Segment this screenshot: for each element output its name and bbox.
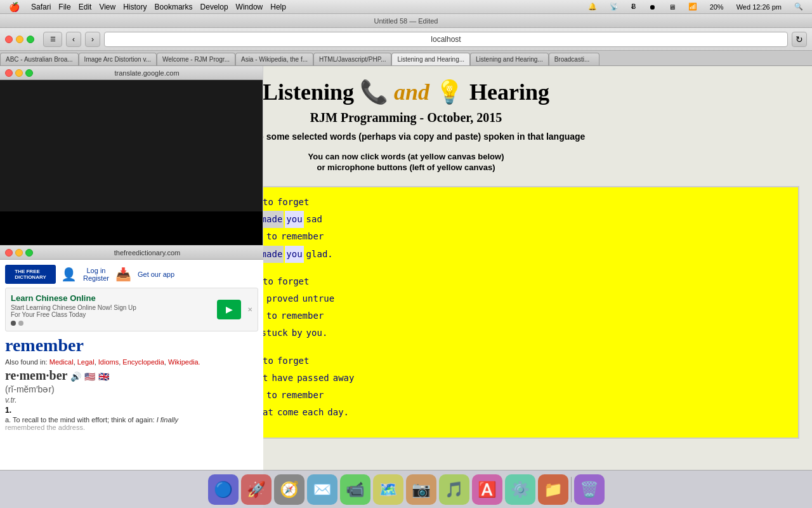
- dock-icon-safari[interactable]: 🧭: [274, 474, 304, 505]
- bitcoin-icon: Ƀ: [631, 3, 636, 11]
- maximize-button[interactable]: [27, 36, 34, 43]
- translate-minimize[interactable]: [15, 69, 23, 77]
- word-day-1[interactable]: day.: [326, 404, 350, 421]
- dock-icon-photos[interactable]: 📷: [406, 474, 436, 505]
- mac-menubar: 🍎 Safari File Edit View History Bookmark…: [0, 0, 812, 14]
- menu-file[interactable]: File: [58, 3, 70, 11]
- word-to-1[interactable]: to: [261, 194, 275, 211]
- word-made-2[interactable]: made: [260, 246, 284, 263]
- word-untrue-1[interactable]: untrue: [301, 290, 336, 307]
- menu-bookmarks[interactable]: Bookmarks: [155, 3, 193, 11]
- sidebar-toggle[interactable]: ☰: [43, 32, 62, 47]
- menu-view[interactable]: View: [99, 3, 115, 11]
- phonetic-text: re·mem·ber: [5, 368, 67, 382]
- word-passed-1[interactable]: passed: [296, 370, 331, 387]
- dock-icon-mail[interactable]: ✉️: [307, 474, 337, 505]
- word-come-1[interactable]: come: [276, 404, 300, 421]
- wifi-icon: 📶: [688, 3, 697, 11]
- also-found-idioms[interactable]: Idioms: [98, 358, 119, 366]
- tab-4[interactable]: HTML/Javascript/PHP...: [313, 53, 391, 65]
- dict-get-app-btn[interactable]: Get our app: [138, 271, 174, 278]
- reload-button[interactable]: ↻: [792, 32, 807, 47]
- word-forget-1[interactable]: forget: [276, 194, 311, 211]
- dock-icon-filezilla[interactable]: 📁: [538, 474, 568, 505]
- word-remember-4[interactable]: remember: [280, 307, 325, 324]
- content-area: 👂 Listening 📞 and 💡 Hearing RJM Programm…: [0, 66, 812, 508]
- word-proved-1[interactable]: proved: [265, 290, 300, 307]
- dock-icon-maps[interactable]: 🗺️: [373, 474, 403, 505]
- forward-button[interactable]: ›: [85, 32, 100, 47]
- word-each-1[interactable]: each: [301, 404, 325, 421]
- word-stuck-1[interactable]: stuck: [260, 324, 289, 342]
- close-button[interactable]: [5, 36, 13, 43]
- tab-3[interactable]: Asia - Wikipedia, the f...: [235, 53, 313, 65]
- word-forget-3[interactable]: forget: [276, 273, 311, 290]
- tab-5[interactable]: Listening and Hearing...: [391, 53, 470, 65]
- tab-7[interactable]: Broadcasti...: [549, 53, 599, 65]
- menu-help[interactable]: Help: [270, 3, 286, 11]
- menu-safari[interactable]: Safari: [31, 3, 51, 11]
- tab-0[interactable]: ABC - Australian Broa...: [0, 53, 79, 65]
- dict-minimize[interactable]: [15, 249, 23, 257]
- dock-icon-trash[interactable]: 🗑️: [574, 474, 605, 505]
- ad-cta-button[interactable]: ▶: [217, 300, 241, 319]
- word-glad-1[interactable]: glad.: [305, 246, 334, 263]
- word-you-2[interactable]: you: [285, 246, 303, 263]
- word-to-2[interactable]: to: [265, 228, 278, 245]
- dict-def-num: 1.: [5, 406, 258, 415]
- menu-develop[interactable]: Develop: [200, 3, 228, 11]
- poem-line-1-2: The things that made you sad: [179, 211, 792, 228]
- browser-window: Untitled 58 — Edited ☰ ‹ › localhost ↻ A…: [0, 14, 812, 508]
- word-to-3[interactable]: to: [261, 273, 275, 290]
- apple-menu[interactable]: 🍎: [9, 2, 20, 12]
- menu-edit[interactable]: Edit: [79, 3, 92, 11]
- menu-window[interactable]: Window: [236, 3, 263, 11]
- tab-1[interactable]: Image Arc Distortion v...: [79, 53, 157, 65]
- word-you-3[interactable]: you.: [305, 324, 329, 342]
- word-forget-5[interactable]: forget: [276, 352, 311, 370]
- ad-dot-2[interactable]: [18, 321, 23, 326]
- dict-register-btn[interactable]: Register: [83, 274, 109, 282]
- dict-maximize[interactable]: [25, 249, 33, 257]
- dict-login-btn[interactable]: Log in: [86, 267, 105, 274]
- ad-close-button[interactable]: ✕: [247, 306, 252, 313]
- word-remember-6[interactable]: remember: [280, 387, 325, 404]
- back-button[interactable]: ‹: [66, 32, 81, 47]
- also-found-encyclopedia[interactable]: Encyclopedia: [122, 358, 164, 366]
- search-icon[interactable]: 🔍: [794, 3, 803, 11]
- phonetic-flag-us: 🇺🇸: [84, 372, 95, 382]
- url-bar[interactable]: localhost: [104, 32, 788, 47]
- browser-titlebar: Untitled 58 — Edited: [0, 14, 812, 28]
- translate-maximize[interactable]: [25, 69, 33, 77]
- translate-url: translate.google.com: [36, 69, 258, 77]
- word-remember-2[interactable]: remember: [280, 228, 325, 245]
- dock-icon-facetime[interactable]: 📹: [340, 474, 370, 505]
- word-you-1[interactable]: you: [285, 211, 303, 228]
- also-found-legal[interactable]: Legal: [77, 358, 95, 366]
- tab-6[interactable]: Listening and Hearing...: [470, 53, 549, 65]
- menu-history[interactable]: History: [123, 3, 147, 11]
- word-sad-1[interactable]: sad: [305, 211, 324, 228]
- phonetic-speaker-icon[interactable]: 🔊: [70, 372, 81, 382]
- dock-icon-finder[interactable]: 🔵: [208, 474, 239, 505]
- ad-dot-1[interactable]: [11, 321, 16, 326]
- def-main-text: To recall to the mind with effort; think…: [13, 416, 157, 424]
- dock-icon-appstore[interactable]: 🅰️: [472, 474, 502, 505]
- translate-close[interactable]: [5, 69, 13, 77]
- word-to-4[interactable]: to: [265, 307, 278, 324]
- word-made-1[interactable]: made: [260, 211, 284, 228]
- minimize-button[interactable]: [16, 36, 23, 43]
- title-listening: Listening: [263, 79, 354, 105]
- word-away-1[interactable]: away: [332, 370, 356, 387]
- dock-icon-settings[interactable]: ⚙️: [505, 474, 535, 505]
- word-to-5[interactable]: to: [261, 352, 275, 370]
- also-found-wikipedia[interactable]: Wikipedia.: [168, 358, 200, 366]
- word-by-1[interactable]: by: [291, 324, 304, 342]
- word-to-6[interactable]: to: [265, 387, 278, 404]
- word-have-2[interactable]: have: [270, 370, 294, 387]
- dock-icon-launchpad[interactable]: 🚀: [241, 474, 272, 505]
- also-found-medical[interactable]: Medical: [49, 358, 74, 366]
- tab-2[interactable]: Welcome - RJM Progr...: [157, 53, 235, 65]
- dock-icon-itunes[interactable]: 🎵: [439, 474, 469, 505]
- dict-close[interactable]: [5, 249, 13, 257]
